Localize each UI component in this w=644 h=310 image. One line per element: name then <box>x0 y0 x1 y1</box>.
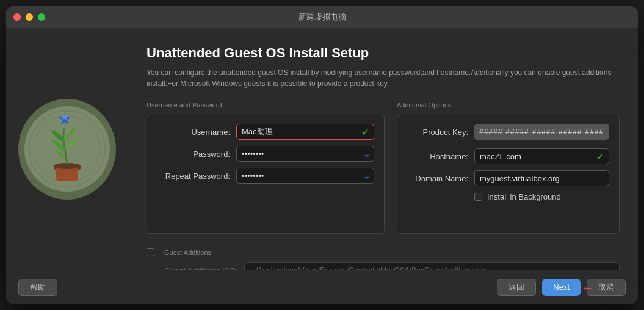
hostname-check-icon: ✓ <box>596 151 604 162</box>
product-key-group: Product Key: <box>407 124 609 140</box>
window-title: 新建虚拟电脑 <box>298 12 346 23</box>
main-content: Unattended Guest OS Install Setup You ca… <box>6 28 638 270</box>
guest-iso-dropdown-icon[interactable]: ⌄ <box>609 265 616 270</box>
right-panel-box: Product Key: Hostname: ✓ <box>397 115 620 234</box>
username-input[interactable] <box>236 124 374 140</box>
repeat-password-label: Repeat Password: <box>157 171 236 181</box>
password-group: Password: ⌄ <box>157 146 374 162</box>
arrow-indicator-icon: ← <box>582 280 594 294</box>
username-group: Username: ✓ <box>157 124 374 140</box>
hostname-label: Hostname: <box>407 152 474 161</box>
left-panel-title: Username and Password <box>147 101 385 109</box>
footer: 帮助 返回 Next ← 取消 <box>6 270 638 304</box>
left-panel-box: Username: ✓ Password: ⌄ <box>147 115 385 234</box>
repeat-password-input[interactable] <box>236 168 374 184</box>
guest-iso-input-wrapper: ⌄ <box>244 262 620 270</box>
product-key-input[interactable] <box>474 124 609 140</box>
password-label: Password: <box>157 150 236 159</box>
left-panel: Username and Password Username: ✓ <box>147 101 385 234</box>
guest-additions-label: Guest Additions <box>164 249 211 256</box>
hostname-input-wrapper: ✓ <box>474 148 609 164</box>
repeat-password-input-wrapper: ⌄ <box>236 168 374 184</box>
username-input-wrapper: ✓ <box>236 124 374 140</box>
username-label: Username: <box>157 128 236 137</box>
install-background-group: Install in Background <box>407 192 609 201</box>
install-background-checkbox[interactable] <box>474 193 482 201</box>
sidebar-image <box>18 99 116 200</box>
right-panel: Additional Options Product Key: Hostname… <box>397 101 620 234</box>
guest-additions-header: Guest Additions <box>147 248 620 256</box>
hostname-group: Hostname: ✓ <box>407 148 609 164</box>
domain-input-wrapper <box>474 170 609 186</box>
main-window: 新建虚拟电脑 <box>6 6 638 304</box>
password-input[interactable] <box>236 146 374 162</box>
product-key-label: Product Key: <box>407 128 474 137</box>
page-title: Unattended Guest OS Install Setup <box>147 45 620 61</box>
guest-iso-row: Guest Additions ISO: ⌄ <box>147 262 620 270</box>
username-check-icon: ✓ <box>361 126 369 138</box>
traffic-lights <box>13 13 45 21</box>
guest-iso-input[interactable] <box>244 262 620 270</box>
domain-group: Domain Name: <box>407 170 609 186</box>
repeat-password-dropdown-icon[interactable]: ⌄ <box>363 171 371 181</box>
minimize-button[interactable] <box>26 13 33 21</box>
password-dropdown-icon[interactable]: ⌄ <box>363 149 371 159</box>
panels: Username and Password Username: ✓ <box>147 101 620 234</box>
content-area: Unattended Guest OS Install Setup You ca… <box>128 28 638 270</box>
guest-additions-checkbox[interactable] <box>147 248 154 256</box>
hostname-input[interactable] <box>474 148 609 164</box>
titlebar: 新建虚拟电脑 <box>6 6 638 28</box>
domain-input[interactable] <box>474 170 609 186</box>
right-panel-title: Additional Options <box>397 101 620 109</box>
footer-left: 帮助 <box>18 279 497 296</box>
maximize-button[interactable] <box>38 13 45 21</box>
install-background-label: Install in Background <box>487 192 561 201</box>
next-button[interactable]: Next <box>542 279 581 296</box>
close-button[interactable] <box>13 13 21 21</box>
repeat-password-group: Repeat Password: ⌄ <box>157 168 374 184</box>
sidebar <box>6 28 128 270</box>
domain-label: Domain Name: <box>407 174 474 183</box>
password-input-wrapper: ⌄ <box>236 146 374 162</box>
help-button[interactable]: 帮助 <box>18 279 57 296</box>
guest-additions-section: Guest Additions Guest Additions ISO: ⌄ <box>147 243 620 270</box>
back-button[interactable]: 返回 <box>497 279 536 296</box>
footer-buttons: 返回 Next ← 取消 <box>497 279 626 296</box>
description-text: You can configure the unattended guest O… <box>147 67 620 89</box>
next-button-wrapper: Next ← <box>542 279 581 296</box>
